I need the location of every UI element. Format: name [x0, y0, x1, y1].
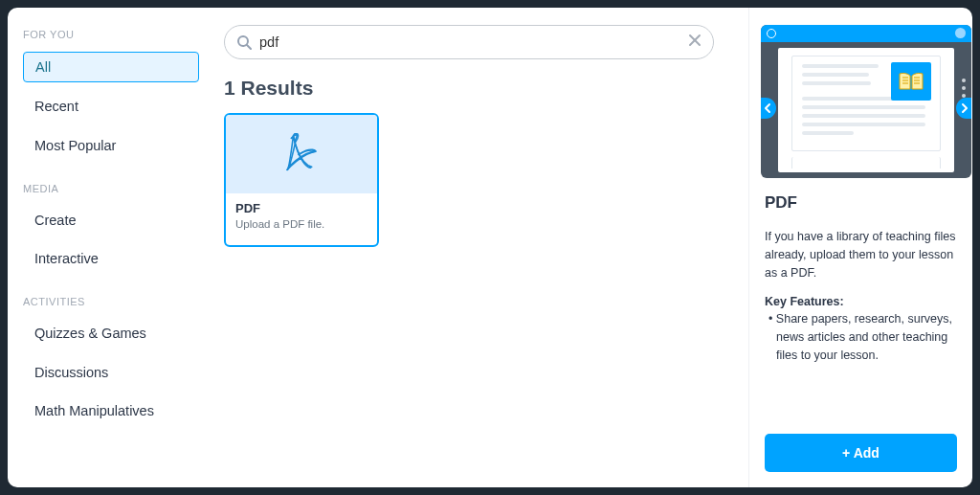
results-header: 1 Results	[224, 77, 739, 100]
sidebar-item-most-popular[interactable]: Most Popular	[23, 131, 199, 160]
preview-topbar	[761, 25, 971, 42]
result-card-body: PDF Upload a PDF file.	[226, 193, 377, 245]
results-grid: PDF Upload a PDF file.	[224, 113, 739, 247]
sidebar-section-header-foryou: FOR YOU	[23, 29, 199, 40]
detail-panel: PDF If you have a library of teaching fi…	[748, 8, 972, 487]
result-card-subtitle: Upload a PDF file.	[235, 217, 368, 232]
sidebar-item-math-manipulatives[interactable]: Math Manipulatives	[23, 396, 199, 425]
clear-search-icon[interactable]	[688, 34, 702, 51]
result-card-thumbnail	[226, 115, 377, 193]
detail-features-header: Key Features:	[765, 295, 957, 308]
detail-title: PDF	[765, 193, 957, 213]
search-row	[224, 25, 714, 59]
preview-prev-arrow-icon	[761, 98, 776, 119]
sidebar-item-quizzes-games[interactable]: Quizzes & Games	[23, 319, 199, 348]
sidebar-section-header-activities: ACTIVITIES	[23, 296, 199, 307]
main-content: 1 Results PDF Upload a PDF file.	[214, 8, 748, 487]
sidebar-item-all[interactable]: All	[23, 52, 199, 82]
sidebar-item-create[interactable]: Create	[23, 206, 199, 235]
detail-feature-item: • Share papers, research, surveys, news …	[765, 310, 957, 364]
result-card-title: PDF	[235, 201, 368, 215]
preview-logo-icon	[767, 29, 776, 38]
avatar-icon	[955, 28, 966, 38]
search-icon	[236, 34, 252, 50]
modal-window: FOR YOU All Recent Most Popular MEDIA Cr…	[8, 8, 972, 487]
preview-more-dots-icon	[962, 79, 966, 98]
detail-description: If you have a library of teaching files …	[765, 228, 957, 281]
pdf-icon	[285, 133, 318, 175]
preview-next-arrow-icon	[956, 98, 971, 119]
search-input[interactable]	[252, 34, 688, 50]
preview-canvas	[778, 48, 954, 172]
svg-line-1	[247, 45, 251, 49]
sidebar-item-interactive[interactable]: Interactive	[23, 244, 199, 273]
add-button[interactable]: + Add	[765, 434, 957, 472]
result-card-pdf[interactable]: PDF Upload a PDF file.	[224, 113, 379, 247]
sidebar: FOR YOU All Recent Most Popular MEDIA Cr…	[8, 8, 214, 487]
book-icon	[891, 62, 931, 101]
detail-preview	[761, 25, 971, 178]
sidebar-item-discussions[interactable]: Discussions	[23, 358, 199, 387]
preview-document	[791, 56, 941, 151]
sidebar-section-header-media: MEDIA	[23, 183, 199, 194]
sidebar-item-recent[interactable]: Recent	[23, 92, 199, 121]
